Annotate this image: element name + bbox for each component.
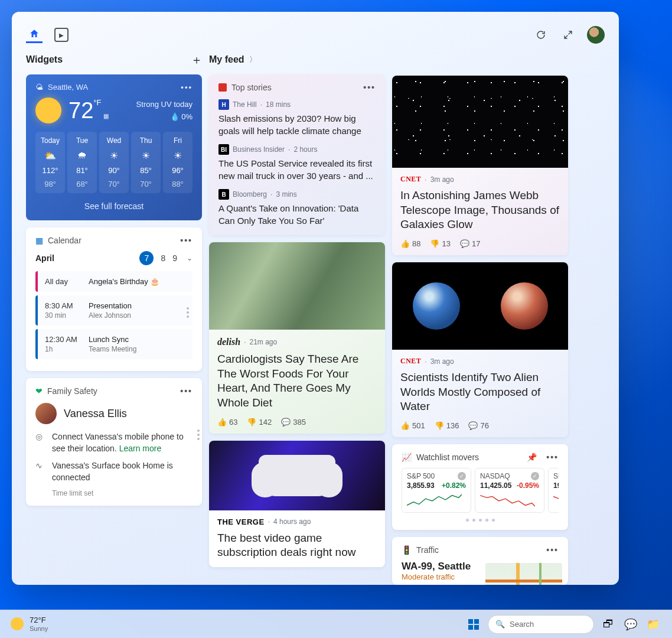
- learn-more-link[interactable]: Learn more: [119, 444, 162, 453]
- forecast-row: Today⛅112°98° Tue🌧81°68° Wed☀90°70° Thu☀…: [35, 132, 193, 193]
- family-more-icon[interactable]: •••: [180, 386, 193, 396]
- time-limit-label: Time limit set: [52, 489, 193, 497]
- top-stories-more-icon[interactable]: •••: [363, 83, 376, 92]
- calendar-widget[interactable]: ▦ Calendar ••• April 7 8 9 ⌄ All day Ang…: [26, 227, 202, 371]
- sun-icon: [11, 617, 24, 630]
- article-card[interactable]: CNET · 3m ago Scientists Identify Two Al…: [392, 262, 568, 437]
- calendar-month: April: [35, 253, 54, 263]
- story-item[interactable]: BIBusiness Insider · 2 hours The US Post…: [218, 144, 376, 182]
- check-icon: ✓: [531, 472, 539, 480]
- article-card[interactable]: CNET · 3m ago In Astonishing James Webb …: [392, 76, 568, 255]
- calendar-day[interactable]: 8: [161, 253, 165, 263]
- weather-more-icon[interactable]: •••: [181, 83, 193, 92]
- calendar-day-selected[interactable]: 7: [139, 251, 154, 265]
- taskbar: 72°F Sunny 🔍 Search 🗗 💬 📁: [0, 610, 672, 638]
- watchlist-widget[interactable]: 📈 Watchlist movers 📌 ••• S&P 500✓ 3,855.…: [392, 444, 568, 530]
- like-button[interactable]: 👍 63: [217, 418, 237, 427]
- activity-icon: ∿: [35, 460, 46, 483]
- taskbar-search[interactable]: 🔍 Search: [488, 615, 594, 634]
- pin-icon[interactable]: 📌: [527, 453, 537, 462]
- forecast-day[interactable]: Thu☀85°70°: [131, 132, 161, 193]
- drag-handle-icon[interactable]: [187, 307, 189, 318]
- search-icon: 🔍: [495, 620, 505, 629]
- article-image: [392, 262, 568, 350]
- drag-handle-icon[interactable]: [197, 429, 200, 440]
- family-title: Family Safety: [47, 386, 97, 396]
- shield-icon: ❤: [35, 386, 43, 396]
- top-stories-label: Top stories: [231, 83, 272, 92]
- traffic-map[interactable]: [485, 563, 562, 585]
- traffic-light-icon: 🚦: [402, 545, 412, 555]
- article-image: [209, 441, 385, 510]
- calendar-day[interactable]: 9: [172, 253, 177, 263]
- calendar-title: Calendar: [48, 236, 81, 245]
- dislike-button[interactable]: 👎 13: [430, 239, 450, 248]
- top-stories-card[interactable]: Top stories ••• HThe Hill · 18 mins Slas…: [209, 74, 385, 235]
- story-item[interactable]: HThe Hill · 18 mins Slash emissions by 2…: [218, 99, 376, 137]
- article-image: [392, 76, 568, 168]
- full-forecast-link[interactable]: See full forecast: [35, 201, 193, 211]
- family-member-name: Vanessa Ellis: [64, 408, 127, 420]
- forecast-day[interactable]: Today⛅112°98°: [35, 132, 65, 193]
- widgets-panel: ▶ Widgets ＋ 🌤 Seattle, WA •••: [12, 12, 619, 585]
- article-image: [209, 242, 385, 330]
- sun-icon: [35, 97, 61, 123]
- article-card[interactable]: delish · 21m ago Cardiologists Say These…: [209, 242, 385, 434]
- flag-icon: ▦: [103, 113, 109, 119]
- article-card[interactable]: THE VERGE · 4 hours ago The best video g…: [209, 441, 385, 567]
- news-icon: [218, 83, 227, 92]
- calendar-icon: ▦: [35, 236, 43, 245]
- calendar-event[interactable]: 12:30 AM1h Lunch SyncTeams Meeting: [35, 329, 193, 359]
- traffic-more-icon[interactable]: •••: [546, 545, 559, 555]
- watchlist-title: Watchlist movers: [416, 453, 479, 462]
- weather-widget[interactable]: 🌤 Seattle, WA ••• 72°F▦ Strong UV today …: [26, 74, 202, 220]
- chat-icon[interactable]: 💬: [620, 614, 641, 635]
- expand-icon[interactable]: [560, 27, 576, 43]
- forecast-day[interactable]: Wed☀90°70°: [99, 132, 129, 193]
- widgets-section-title: Widgets: [26, 54, 63, 65]
- taskbar-weather[interactable]: 72°F Sunny: [11, 616, 48, 632]
- calendar-event[interactable]: 8:30 AM30 min PresentationAlex Johnson: [35, 295, 193, 325]
- panel-toolbar: ▶: [26, 26, 605, 44]
- chart-icon: 📈: [402, 453, 412, 462]
- dislike-button[interactable]: 👎 136: [435, 421, 459, 430]
- ticker-item[interactable]: NASDAQ✓ 11,425.05-0.95%: [475, 468, 544, 513]
- ticker-item[interactable]: Silver 19.28: [548, 468, 559, 513]
- dislike-button[interactable]: 👎 142: [247, 418, 272, 427]
- watchlist-more-icon[interactable]: •••: [546, 453, 559, 462]
- refresh-icon[interactable]: [533, 27, 549, 43]
- check-icon: ✓: [458, 472, 466, 480]
- like-button[interactable]: 👍 88: [400, 239, 420, 248]
- chevron-right-icon[interactable]: 〉: [249, 54, 257, 65]
- pager-dots[interactable]: [402, 519, 559, 522]
- weather-uv: Strong UV today: [136, 100, 193, 109]
- ticker-item[interactable]: S&P 500✓ 3,855.93+0.82%: [402, 468, 471, 513]
- traffic-title: Traffic: [416, 545, 439, 555]
- feed-section-title[interactable]: My feed: [209, 54, 244, 65]
- chevron-down-icon[interactable]: ⌄: [187, 254, 193, 262]
- story-item[interactable]: BBloomberg · 3 mins A Quant's Take on In…: [218, 189, 376, 227]
- like-button[interactable]: 👍 501: [400, 421, 425, 430]
- start-button[interactable]: [463, 614, 484, 635]
- family-safety-widget[interactable]: ❤ Family Safety ••• Vanessa Ellis ◎ Conn…: [26, 378, 202, 506]
- weather-location: Seattle, WA: [48, 83, 88, 92]
- weather-sun-icon: 🌤: [35, 83, 43, 92]
- family-avatar: [35, 403, 57, 424]
- traffic-widget[interactable]: 🚦 Traffic ••• WA-99, Seattle Moderate tr…: [392, 537, 568, 585]
- comment-button[interactable]: 💬 385: [281, 418, 306, 427]
- add-widget-button[interactable]: ＋: [191, 54, 202, 65]
- task-view-icon[interactable]: 🗗: [598, 614, 619, 635]
- forecast-day[interactable]: Tue🌧81°68°: [67, 132, 97, 193]
- home-icon[interactable]: [26, 27, 43, 43]
- location-icon: ◎: [35, 431, 46, 454]
- calendar-more-icon[interactable]: •••: [180, 236, 193, 245]
- play-icon[interactable]: ▶: [53, 27, 70, 43]
- forecast-day[interactable]: Fri☀96°88°: [163, 132, 193, 193]
- explorer-icon[interactable]: 📁: [642, 614, 664, 635]
- weather-temp: 72: [68, 98, 93, 123]
- comment-button[interactable]: 💬 17: [460, 239, 480, 248]
- comment-button[interactable]: 💬 76: [468, 421, 488, 430]
- user-avatar[interactable]: [587, 26, 605, 44]
- calendar-event[interactable]: All day Angela's Birthday 🎂: [35, 271, 193, 292]
